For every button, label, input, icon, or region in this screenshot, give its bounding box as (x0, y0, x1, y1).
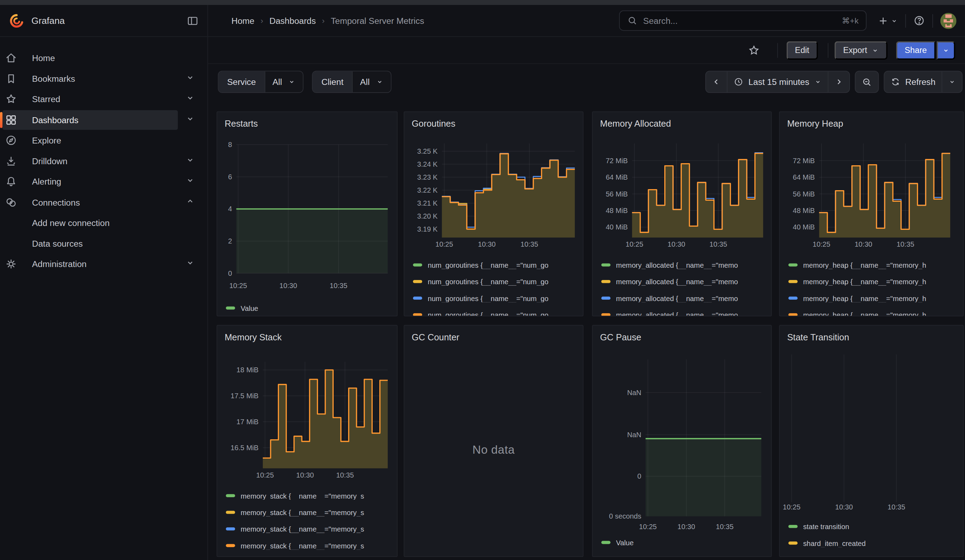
legend-item[interactable]: memory_allocated {__name__="memo (601, 256, 765, 273)
chevron-down-icon[interactable] (185, 155, 195, 165)
panel-title[interactable]: Memory Allocated (593, 112, 771, 130)
help-button[interactable] (913, 15, 925, 26)
panel-title[interactable]: State Transition (780, 326, 963, 343)
legend-item[interactable]: memory_stack {__name__="memory_s (226, 487, 391, 504)
refresh-button[interactable]: Refresh (884, 71, 942, 92)
time-shift-forward-button[interactable] (828, 71, 849, 92)
sidebar-link[interactable]: Data sources (2, 233, 178, 253)
favorite-star-icon[interactable] (747, 44, 760, 56)
legend-label: num_goroutines {__name__="num_go (428, 311, 548, 317)
sidebar-item-administration: Administration (2, 254, 205, 274)
panel-title[interactable]: Restarts (217, 112, 397, 130)
legend-label: memory_stack {__name__="memory_s (241, 542, 364, 549)
panel-chart[interactable]: 10:2510:3010:3572 MiB64 MiB56 MiB48 MiB4… (780, 140, 959, 251)
legend-item[interactable]: memory_allocated {__name__="memo (601, 290, 765, 306)
legend-item[interactable]: memory_heap {__name__="memory_h (788, 256, 957, 273)
legend-item[interactable]: memory_allocated {__name__="memo (601, 273, 765, 290)
legend-swatch (601, 313, 610, 316)
sidebar-item-label: Add new connection (32, 218, 110, 228)
legend-item[interactable]: num_goroutines {__name__="num_go (413, 290, 577, 306)
dock-sidebar-icon[interactable] (186, 15, 199, 27)
client-variable-value[interactable]: All (352, 71, 391, 92)
sidebar-link[interactable]: Starred (2, 89, 178, 109)
svg-text:10:30: 10:30 (667, 240, 685, 248)
svg-text:10:25: 10:25 (229, 282, 247, 289)
panel-title[interactable]: GC Counter (404, 326, 583, 343)
sidebar-link[interactable]: Drilldown (2, 151, 178, 171)
zoom-out-button[interactable] (855, 71, 878, 92)
sidebar-link[interactable]: Home (2, 48, 178, 68)
sidebar-link[interactable]: Alerting (2, 171, 178, 191)
sidebar-link[interactable]: Dashboards (2, 110, 178, 129)
panel-chart[interactable]: 10:2510:3010:353.25 K3.24 K3.23 K3.22 K3… (404, 140, 583, 251)
legend-item[interactable]: state transition (788, 518, 957, 535)
svg-text:10:35: 10:35 (716, 523, 733, 531)
panel-chart[interactable]: 10:2510:3010:3518 MiB17.5 MiB17 MiB16.5 … (217, 353, 397, 484)
legend-item[interactable]: memory_heap {__name__="memory_h (788, 290, 957, 306)
legend-item[interactable]: memory_stack {__name__="memory_s (226, 504, 391, 520)
refresh-interval-dropdown[interactable] (942, 71, 962, 92)
sidebar-link[interactable]: Add new connection (2, 213, 178, 233)
legend-item[interactable]: shard_item_created (788, 535, 957, 551)
svg-text:3.23 K: 3.23 K (417, 173, 438, 181)
sidebar-link[interactable]: Bookmarks (2, 69, 178, 88)
legend-item[interactable]: memory_heap {__name__="memory_h (788, 273, 957, 290)
breadcrumb-separator: › (260, 16, 263, 25)
panel-memheap: Memory Heap10:2510:3010:3572 MiB64 MiB56… (779, 111, 963, 316)
svg-text:17 MiB: 17 MiB (237, 418, 258, 426)
legend-item[interactable]: memory_heap {__name__="memory_h (788, 306, 957, 316)
legend-item[interactable]: num_goroutines {__name__="num_go (413, 306, 577, 316)
export-button[interactable]: Export (834, 41, 887, 60)
chevron-up-icon[interactable] (185, 196, 195, 206)
svg-text:10:30: 10:30 (854, 240, 872, 248)
chevron-down-icon[interactable] (185, 93, 195, 103)
bookmark-icon (5, 72, 17, 85)
sidebar-link[interactable]: Connections (2, 192, 178, 212)
svg-text:48 MiB: 48 MiB (606, 207, 628, 214)
panel-title[interactable]: Memory Stack (217, 326, 397, 343)
chevron-down-icon[interactable] (185, 175, 195, 185)
add-new-button[interactable] (878, 15, 898, 26)
chevron-down-icon[interactable] (185, 72, 195, 82)
chevron-down-icon[interactable] (185, 258, 195, 268)
breadcrumb-home[interactable]: Home (231, 16, 254, 26)
sidebar-link[interactable]: Explore (2, 131, 178, 150)
user-avatar[interactable] (940, 13, 957, 29)
legend-swatch (788, 263, 798, 266)
home-icon (5, 52, 17, 64)
svg-text:2: 2 (228, 237, 232, 245)
panel-chart[interactable]: 10:2510:3010:3586420 (217, 140, 397, 293)
breadcrumb-dashboards[interactable]: Dashboards (270, 16, 316, 26)
chevron-down-icon[interactable] (185, 114, 195, 124)
legend-item[interactable]: Value (226, 300, 391, 316)
search-input[interactable]: Search... ⌘+k (619, 11, 867, 31)
panel-title[interactable]: Goroutines (404, 112, 583, 130)
legend-item[interactable]: Value (601, 534, 765, 550)
chevron-down-icon (376, 78, 383, 86)
panel-title[interactable]: Memory Heap (780, 112, 963, 130)
legend-label: num_goroutines {__name__="num_go (428, 278, 548, 285)
legend-item[interactable]: num_goroutines {__name__="num_go (413, 256, 577, 273)
legend-item[interactable]: num_goroutines {__name__="num_go (413, 273, 577, 290)
brand-title[interactable]: Grafana (31, 15, 65, 26)
svg-text:6: 6 (228, 173, 232, 181)
share-button[interactable]: Share (896, 41, 936, 60)
sidebar-item-label: Bookmarks (32, 73, 75, 83)
time-shift-back-button[interactable] (706, 71, 727, 92)
panel-chart[interactable]: 10:2510:3010:35NaNNaN00 seconds (593, 353, 772, 534)
time-range-picker[interactable]: Last 15 minutes (727, 71, 828, 92)
legend-item[interactable]: memory_stack {__name__="memory_s (226, 521, 391, 537)
sidebar-link[interactable]: Administration (2, 254, 178, 274)
legend-item[interactable]: memory_allocated {__name__="memo (601, 306, 765, 316)
sidebar-item-label: Drilldown (32, 156, 67, 166)
legend-item[interactable]: memory_stack {__name__="memory_s (226, 537, 391, 553)
legend-label: memory_allocated {__name__="memo (616, 311, 738, 317)
star-icon (5, 93, 17, 105)
breadcrumb-current-page: Temporal Server Metrics (331, 16, 424, 26)
panel-title[interactable]: GC Pause (593, 326, 771, 343)
share-dropdown-button[interactable] (937, 41, 955, 60)
service-variable-value[interactable]: All (265, 71, 303, 92)
panel-chart[interactable]: 10:2510:3010:3572 MiB64 MiB56 MiB48 MiB4… (593, 140, 772, 251)
panel-chart[interactable]: 10:2510:3010:35 (780, 353, 959, 515)
edit-button[interactable]: Edit (787, 41, 818, 60)
